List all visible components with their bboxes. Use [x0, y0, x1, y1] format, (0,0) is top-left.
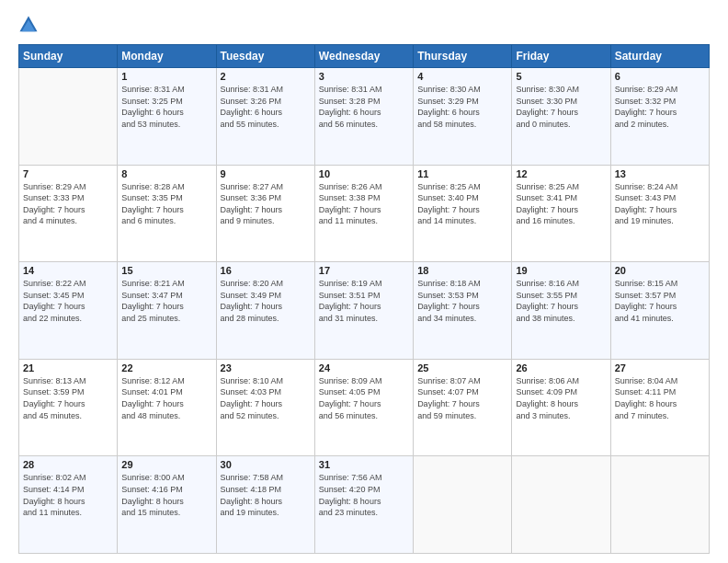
- day-number: 20: [615, 265, 705, 276]
- calendar-cell: 30Sunrise: 7:58 AM Sunset: 4:18 PM Dayli…: [216, 456, 314, 554]
- col-wednesday: Wednesday: [314, 45, 413, 68]
- calendar-cell: 6Sunrise: 8:29 AM Sunset: 3:32 PM Daylig…: [610, 68, 709, 166]
- cell-info: Sunrise: 8:19 AM Sunset: 3:51 PM Dayligh…: [319, 278, 409, 324]
- cell-info: Sunrise: 8:24 AM Sunset: 3:43 PM Dayligh…: [615, 181, 705, 227]
- calendar-cell: 10Sunrise: 8:26 AM Sunset: 3:38 PM Dayli…: [314, 165, 413, 262]
- calendar-cell: 14Sunrise: 8:22 AM Sunset: 3:45 PM Dayli…: [19, 262, 118, 360]
- col-monday: Monday: [118, 45, 216, 68]
- cell-info: Sunrise: 8:18 AM Sunset: 3:53 PM Dayligh…: [417, 278, 507, 324]
- calendar-cell: [19, 68, 118, 166]
- col-sunday: Sunday: [19, 45, 118, 68]
- calendar-table: Sunday Monday Tuesday Wednesday Thursday…: [18, 44, 710, 554]
- day-number: 22: [121, 362, 211, 373]
- page: Sunday Monday Tuesday Wednesday Thursday…: [0, 0, 728, 563]
- cell-info: Sunrise: 8:16 AM Sunset: 3:55 PM Dayligh…: [516, 278, 606, 324]
- day-number: 30: [221, 459, 311, 470]
- col-friday: Friday: [512, 45, 610, 68]
- cell-info: Sunrise: 8:09 AM Sunset: 4:05 PM Dayligh…: [319, 375, 409, 421]
- cell-info: Sunrise: 8:20 AM Sunset: 3:49 PM Dayligh…: [221, 278, 311, 324]
- cell-info: Sunrise: 8:25 AM Sunset: 3:40 PM Dayligh…: [417, 181, 507, 227]
- calendar-cell: 25Sunrise: 8:07 AM Sunset: 4:07 PM Dayli…: [414, 359, 512, 456]
- cell-info: Sunrise: 8:31 AM Sunset: 3:26 PM Dayligh…: [221, 84, 311, 130]
- cell-info: Sunrise: 8:12 AM Sunset: 4:01 PM Dayligh…: [121, 375, 211, 421]
- calendar-cell: 27Sunrise: 8:04 AM Sunset: 4:11 PM Dayli…: [610, 359, 709, 456]
- day-number: 10: [319, 168, 409, 179]
- day-number: 12: [516, 168, 606, 179]
- header: [18, 15, 710, 35]
- day-number: 6: [615, 71, 705, 82]
- calendar-cell: 1Sunrise: 8:31 AM Sunset: 3:25 PM Daylig…: [118, 68, 216, 166]
- calendar-cell: 26Sunrise: 8:06 AM Sunset: 4:09 PM Dayli…: [512, 359, 610, 456]
- day-number: 18: [417, 265, 507, 276]
- day-number: 29: [121, 459, 211, 470]
- day-number: 1: [121, 71, 211, 82]
- calendar-cell: [512, 456, 610, 554]
- calendar-cell: 24Sunrise: 8:09 AM Sunset: 4:05 PM Dayli…: [314, 359, 413, 456]
- cell-info: Sunrise: 8:28 AM Sunset: 3:35 PM Dayligh…: [121, 181, 211, 227]
- calendar-cell: 9Sunrise: 8:27 AM Sunset: 3:36 PM Daylig…: [216, 165, 314, 262]
- header-row: Sunday Monday Tuesday Wednesday Thursday…: [19, 45, 710, 68]
- col-thursday: Thursday: [414, 45, 512, 68]
- calendar-cell: 3Sunrise: 8:31 AM Sunset: 3:28 PM Daylig…: [314, 68, 413, 166]
- cell-info: Sunrise: 8:22 AM Sunset: 3:45 PM Dayligh…: [23, 278, 113, 324]
- calendar-cell: 22Sunrise: 8:12 AM Sunset: 4:01 PM Dayli…: [118, 359, 216, 456]
- calendar-cell: 29Sunrise: 8:00 AM Sunset: 4:16 PM Dayli…: [118, 456, 216, 554]
- calendar-cell: 13Sunrise: 8:24 AM Sunset: 3:43 PM Dayli…: [610, 165, 709, 262]
- calendar-cell: 7Sunrise: 8:29 AM Sunset: 3:33 PM Daylig…: [19, 165, 118, 262]
- logo-icon: [18, 15, 39, 35]
- day-number: 11: [417, 168, 507, 179]
- cell-info: Sunrise: 8:27 AM Sunset: 3:36 PM Dayligh…: [221, 181, 311, 227]
- day-number: 31: [319, 459, 409, 470]
- calendar-cell: [610, 456, 709, 554]
- cell-info: Sunrise: 8:04 AM Sunset: 4:11 PM Dayligh…: [615, 375, 705, 421]
- day-number: 21: [23, 362, 113, 373]
- cell-info: Sunrise: 8:10 AM Sunset: 4:03 PM Dayligh…: [221, 375, 311, 421]
- day-number: 25: [417, 362, 507, 373]
- day-number: 8: [121, 168, 211, 179]
- calendar-cell: 5Sunrise: 8:30 AM Sunset: 3:30 PM Daylig…: [512, 68, 610, 166]
- day-number: 4: [417, 71, 507, 82]
- cell-info: Sunrise: 8:00 AM Sunset: 4:16 PM Dayligh…: [121, 472, 211, 518]
- calendar-cell: 12Sunrise: 8:25 AM Sunset: 3:41 PM Dayli…: [512, 165, 610, 262]
- calendar-cell: 2Sunrise: 8:31 AM Sunset: 3:26 PM Daylig…: [216, 68, 314, 166]
- cell-info: Sunrise: 8:26 AM Sunset: 3:38 PM Dayligh…: [319, 181, 409, 227]
- calendar-cell: 16Sunrise: 8:20 AM Sunset: 3:49 PM Dayli…: [216, 262, 314, 360]
- calendar-cell: 23Sunrise: 8:10 AM Sunset: 4:03 PM Dayli…: [216, 359, 314, 456]
- cell-info: Sunrise: 7:56 AM Sunset: 4:20 PM Dayligh…: [319, 472, 409, 518]
- calendar-cell: 15Sunrise: 8:21 AM Sunset: 3:47 PM Dayli…: [118, 262, 216, 360]
- calendar-cell: 4Sunrise: 8:30 AM Sunset: 3:29 PM Daylig…: [414, 68, 512, 166]
- col-saturday: Saturday: [610, 45, 709, 68]
- day-number: 27: [615, 362, 705, 373]
- day-number: 19: [516, 265, 606, 276]
- calendar-cell: 28Sunrise: 8:02 AM Sunset: 4:14 PM Dayli…: [19, 456, 118, 554]
- cell-info: Sunrise: 8:06 AM Sunset: 4:09 PM Dayligh…: [516, 375, 606, 421]
- cell-info: Sunrise: 8:30 AM Sunset: 3:30 PM Dayligh…: [516, 84, 606, 130]
- calendar-cell: 31Sunrise: 7:56 AM Sunset: 4:20 PM Dayli…: [314, 456, 413, 554]
- day-number: 24: [319, 362, 409, 373]
- cell-info: Sunrise: 8:29 AM Sunset: 3:33 PM Dayligh…: [23, 181, 113, 227]
- day-number: 16: [221, 265, 311, 276]
- day-number: 7: [23, 168, 113, 179]
- calendar-week-5: 28Sunrise: 8:02 AM Sunset: 4:14 PM Dayli…: [19, 456, 710, 554]
- day-number: 14: [23, 265, 113, 276]
- calendar-cell: 21Sunrise: 8:13 AM Sunset: 3:59 PM Dayli…: [19, 359, 118, 456]
- calendar-week-2: 7Sunrise: 8:29 AM Sunset: 3:33 PM Daylig…: [19, 165, 710, 262]
- day-number: 9: [221, 168, 311, 179]
- day-number: 3: [319, 71, 409, 82]
- day-number: 5: [516, 71, 606, 82]
- cell-info: Sunrise: 8:21 AM Sunset: 3:47 PM Dayligh…: [121, 278, 211, 324]
- cell-info: Sunrise: 8:13 AM Sunset: 3:59 PM Dayligh…: [23, 375, 113, 421]
- calendar-cell: 8Sunrise: 8:28 AM Sunset: 3:35 PM Daylig…: [118, 165, 216, 262]
- calendar-cell: 18Sunrise: 8:18 AM Sunset: 3:53 PM Dayli…: [414, 262, 512, 360]
- cell-info: Sunrise: 8:30 AM Sunset: 3:29 PM Dayligh…: [417, 84, 507, 130]
- day-number: 17: [319, 265, 409, 276]
- cell-info: Sunrise: 8:31 AM Sunset: 3:28 PM Dayligh…: [319, 84, 409, 130]
- cell-info: Sunrise: 7:58 AM Sunset: 4:18 PM Dayligh…: [221, 472, 311, 518]
- calendar-week-1: 1Sunrise: 8:31 AM Sunset: 3:25 PM Daylig…: [19, 68, 710, 166]
- cell-info: Sunrise: 8:15 AM Sunset: 3:57 PM Dayligh…: [615, 278, 705, 324]
- day-number: 28: [23, 459, 113, 470]
- cell-info: Sunrise: 8:29 AM Sunset: 3:32 PM Dayligh…: [615, 84, 705, 130]
- calendar-week-3: 14Sunrise: 8:22 AM Sunset: 3:45 PM Dayli…: [19, 262, 710, 360]
- calendar-cell: 20Sunrise: 8:15 AM Sunset: 3:57 PM Dayli…: [610, 262, 709, 360]
- day-number: 23: [221, 362, 311, 373]
